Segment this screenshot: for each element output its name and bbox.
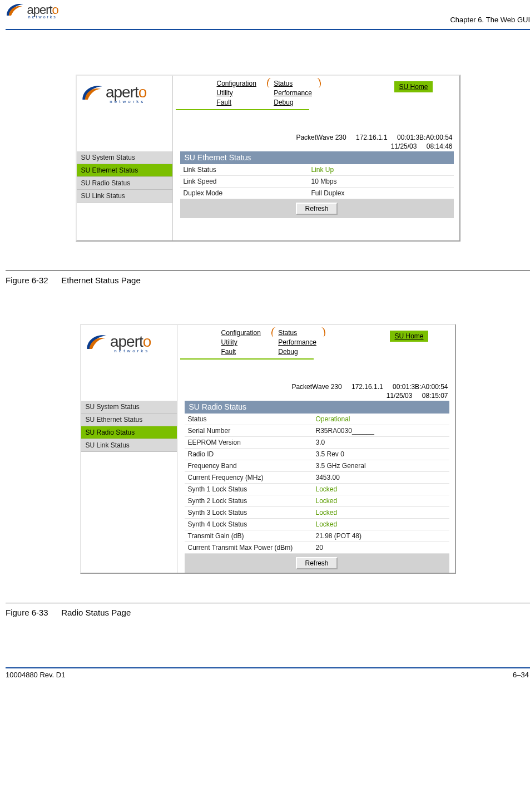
sidebar-item[interactable]: SU System Status [77,151,172,164]
nav-debug[interactable]: Debug [278,347,316,357]
table-row: Current Frequency (MHz)3453.00 [185,472,449,484]
table-row: Frequency Band3.5 GHz General [185,460,449,472]
row-value: Operational [316,415,446,423]
sidebar-item[interactable]: SU Link Status [81,439,177,452]
row-label: EEPROM Version [188,439,316,446]
nav-configuration[interactable]: Configuration [217,79,256,88]
doc-logo: aperto networks [6,1,58,20]
row-value: Link Up [311,166,450,174]
nav-underline [176,109,309,110]
table-row: Transmit Gain (dB)21.98 (POT 48) [185,530,449,542]
sidebar: SU System StatusSU Ethernet StatusSU Rad… [77,151,172,203]
device-mac: 00:01:3B:A0:00:54 [393,383,448,391]
sidebar-item[interactable]: SU Ethernet Status [77,164,172,177]
device-date: 11/25/03 [391,142,417,150]
header-rule [6,29,530,30]
row-value: 10 Mbps [311,178,450,185]
sidebar-item[interactable]: SU Ethernet Status [81,414,177,426]
table-row: Synth 4 Lock StatusLocked [185,519,449,530]
table-row: Current Transmit Max Power (dBm)20 [185,542,449,554]
nav-utility[interactable]: Utility [221,338,261,347]
sidebar-item[interactable]: SU Link Status [77,190,172,203]
device-ip: 172.16.1.1 [351,383,383,391]
panel-title: SU Radio Status [185,401,449,414]
row-value: 3.5 Rev 0 [316,450,446,458]
row-label: Synth 2 Lock Status [188,497,316,505]
table-row: Link StatusLink Up [180,164,454,176]
figure-1-window: aperto networks Configuration Utility Fa… [76,75,460,242]
row-label: Synth 1 Lock Status [188,485,316,493]
row-value: Locked [316,509,446,516]
row-label: Link Status [184,166,311,174]
figure-2-caption: Figure 6-33 Radio Status Page [6,608,530,617]
sidebar: SU System StatusSU Ethernet StatusSU Rad… [81,401,177,452]
table-row: Radio ID3.5 Rev 0 [185,449,449,460]
arc-right-icon [313,77,321,88]
refresh-button[interactable]: Refresh [296,203,337,215]
page-header: aperto networks Chapter 6. The Web GUI [6,3,530,30]
device-date: 11/25/03 [387,392,413,400]
row-label: Synth 4 Lock Status [188,520,316,528]
nav-performance[interactable]: Performance [278,338,316,347]
sidebar-item[interactable]: SU System Status [81,401,177,414]
row-label: Duplex Mode [184,189,311,197]
nav-status[interactable]: Status [278,328,316,338]
swoosh-icon [86,332,108,354]
figure-1-title: Ethernet Status Page [61,275,141,285]
table-row: Synth 2 Lock StatusLocked [185,495,449,507]
table-row: Synth 1 Lock StatusLocked [185,484,449,495]
row-value: Locked [316,497,446,505]
row-value: 3453.00 [316,474,446,481]
device-time: 08:15:07 [422,392,448,400]
chapter-title: The Web GUI [486,16,530,24]
logo-last-letter: o [52,3,58,17]
device-ip: 172.16.1.1 [356,134,388,141]
row-value: 21.98 (POT 48) [316,532,446,540]
panel-title: SU Ethernet Status [180,151,454,164]
table-row: Synth 3 Lock StatusLocked [185,507,449,519]
nav-fault[interactable]: Fault [221,347,261,357]
page-footer: 10004880 Rev. D1 6–34 [6,667,530,679]
page-number: 6–34 [513,671,529,679]
row-label: Transmit Gain (dB) [188,532,316,540]
nav-status[interactable]: Status [274,79,312,88]
figure-2-title: Radio Status Page [61,608,131,617]
row-label: Frequency Band [188,462,316,470]
row-label: Current Frequency (MHz) [188,474,316,481]
info-bar: PacketWave 230 172.16.1.1 00:01:3B:A0:00… [81,381,455,401]
row-label: Status [188,415,316,423]
chapter-line: Chapter 6. The Web GUI [450,16,530,24]
row-label: Link Speed [184,178,311,185]
row-label: Synth 3 Lock Status [188,509,316,516]
nav-fault[interactable]: Fault [217,98,256,107]
su-home-button[interactable]: SU Home [394,81,432,92]
figure-2-number: Figure 6-33 [6,608,59,617]
arc-right-icon [318,327,326,338]
row-label: Radio ID [188,450,316,458]
nav-underline [180,358,314,360]
row-value: 3.5 GHz General [316,462,446,470]
figure-2-window: aperto networks Configuration Utility Fa… [80,324,456,574]
table-row: Duplex ModeFull Duplex [180,188,454,199]
info-bar: PacketWave 230 172.16.1.1 00:01:3B:A0:00… [77,131,459,151]
nav-configuration[interactable]: Configuration [221,328,261,338]
device-model: PacketWave 230 [296,134,346,141]
doc-revision: 10004880 Rev. D1 [6,671,65,679]
sidebar-item[interactable]: SU Radio Status [77,177,172,190]
table-row: StatusOperational [185,414,449,425]
row-value: Locked [316,520,446,528]
device-mac: 00:01:3B:A0:00:54 [397,134,452,141]
embedded-logo: aperto networks [81,82,147,105]
logo-word: apert [27,3,52,17]
su-home-button[interactable]: SU Home [390,331,428,342]
row-value: Full Duplex [311,189,450,197]
table-row: Serial NumberR35RA0030______ [185,425,449,437]
sidebar-item[interactable]: SU Radio Status [81,426,177,439]
nav-performance[interactable]: Performance [274,88,312,98]
row-value: R35RA0030______ [316,427,446,435]
refresh-button[interactable]: Refresh [296,557,337,569]
nav-debug[interactable]: Debug [274,98,312,107]
nav-utility[interactable]: Utility [217,88,256,98]
chapter-prefix: Chapter 6. [450,16,484,24]
figure-1-caption: Figure 6-32 Ethernet Status Page [6,275,530,285]
